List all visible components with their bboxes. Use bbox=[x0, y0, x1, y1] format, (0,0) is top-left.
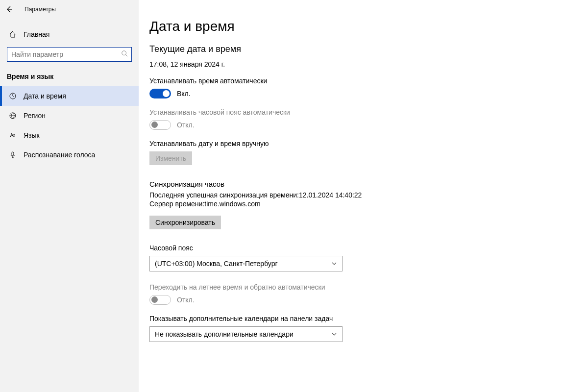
page-title: Дата и время bbox=[149, 19, 588, 34]
dst-label: Переходить на летнее время и обратно авт… bbox=[149, 283, 588, 291]
search-input[interactable] bbox=[7, 47, 132, 62]
sidebar-item-language[interactable]: Язык bbox=[0, 125, 139, 145]
search-wrap bbox=[7, 47, 132, 62]
extra-calendars-value: Не показывать дополнительные календари bbox=[155, 330, 294, 338]
auto-timezone-label: Устанавливать часовой пояс автоматически bbox=[149, 108, 588, 116]
svg-point-0 bbox=[122, 51, 126, 55]
sidebar-item-label: Язык bbox=[24, 131, 40, 139]
sidebar-home[interactable]: Главная bbox=[0, 25, 139, 43]
sidebar-home-label: Главная bbox=[24, 30, 49, 38]
dst-state: Откл. bbox=[177, 296, 195, 304]
auto-timezone-toggle bbox=[149, 120, 171, 130]
sidebar-item-label: Дата и время bbox=[24, 92, 66, 100]
timezone-select[interactable]: (UTC+03:00) Москва, Санкт-Петербург bbox=[149, 256, 343, 271]
sidebar-item-speech[interactable]: Распознавание голоса bbox=[0, 145, 139, 165]
current-datetime-heading: Текущие дата и время bbox=[149, 44, 588, 54]
title-bar: Параметры bbox=[0, 0, 139, 19]
sidebar-item-label: Распознавание голоса bbox=[24, 151, 95, 159]
main-content: Дата и время Текущие дата и время 17:08,… bbox=[139, 0, 588, 392]
chevron-down-icon bbox=[331, 331, 337, 337]
chevron-down-icon bbox=[331, 261, 337, 267]
current-datetime-value: 17:08, 12 января 2024 г. bbox=[149, 60, 588, 68]
home-icon bbox=[9, 30, 17, 38]
sidebar-item-date-time[interactable]: Дата и время bbox=[0, 86, 139, 106]
auto-time-toggle[interactable] bbox=[149, 89, 171, 98]
manual-set-label: Устанавливать дату и время вручную bbox=[149, 140, 588, 147]
sync-heading: Синхронизация часов bbox=[149, 180, 588, 188]
timezone-label: Часовой пояс bbox=[149, 244, 588, 252]
auto-time-label: Устанавливать время автоматически bbox=[149, 77, 588, 85]
dst-toggle bbox=[149, 295, 171, 305]
search-icon bbox=[121, 50, 128, 57]
timezone-value: (UTC+03:00) Москва, Санкт-Петербург bbox=[155, 260, 278, 268]
sync-server: Сервер времени:time.windows.com bbox=[149, 200, 588, 208]
auto-timezone-state: Откл. bbox=[177, 121, 195, 129]
globe-icon bbox=[9, 112, 17, 120]
language-icon bbox=[9, 131, 17, 139]
extra-calendars-label: Показывать дополнительные календари на п… bbox=[149, 315, 588, 322]
sync-last-success: Последняя успешная синхронизация времени… bbox=[149, 191, 588, 199]
back-arrow-icon bbox=[5, 5, 13, 13]
microphone-icon bbox=[9, 151, 17, 159]
sync-now-button[interactable]: Синхронизировать bbox=[149, 216, 221, 229]
change-button[interactable]: Изменить bbox=[149, 151, 192, 165]
back-button[interactable] bbox=[4, 4, 15, 15]
sidebar-section-title: Время и язык bbox=[0, 69, 139, 86]
window-title: Параметры bbox=[24, 6, 56, 13]
svg-rect-3 bbox=[12, 152, 14, 155]
sidebar-item-region[interactable]: Регион bbox=[0, 106, 139, 125]
clock-icon bbox=[9, 92, 17, 100]
sidebar: Параметры Главная Время и язык Дата и вр… bbox=[0, 0, 139, 392]
auto-time-state: Вкл. bbox=[177, 90, 191, 98]
sidebar-item-label: Регион bbox=[24, 112, 46, 120]
extra-calendars-select[interactable]: Не показывать дополнительные календари bbox=[149, 326, 343, 342]
